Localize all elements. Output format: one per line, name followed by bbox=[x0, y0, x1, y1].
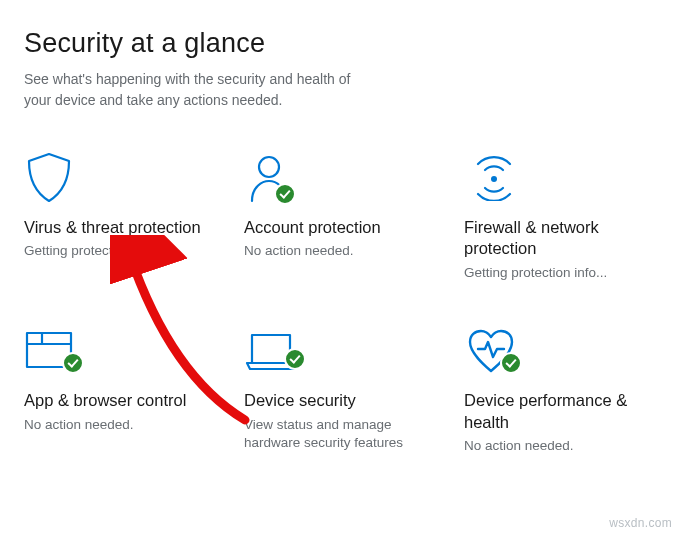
status-ok-badge bbox=[500, 352, 522, 374]
svg-point-0 bbox=[259, 157, 279, 177]
tile-grid: Virus & threat protection Getting protec… bbox=[24, 149, 680, 455]
watermark: wsxdn.com bbox=[609, 516, 672, 530]
status-ok-badge bbox=[274, 183, 296, 205]
card-title: Account protection bbox=[244, 217, 436, 238]
page-subtitle: See what's happening with the security a… bbox=[24, 69, 374, 111]
security-page: Security at a glance See what's happenin… bbox=[0, 0, 680, 455]
card-title: Device security bbox=[244, 390, 436, 411]
status-ok-badge bbox=[284, 348, 306, 370]
status-ok-badge bbox=[62, 352, 84, 374]
card-sub: No action needed. bbox=[464, 437, 656, 455]
health-icon bbox=[464, 322, 656, 380]
card-sub: View status and manage hardware security… bbox=[244, 416, 436, 452]
firewall-icon bbox=[464, 149, 656, 207]
svg-point-1 bbox=[491, 176, 497, 182]
card-sub: Getting protection info... bbox=[464, 264, 656, 282]
card-firewall[interactable]: Firewall & network protection Getting pr… bbox=[464, 149, 664, 282]
device-icon bbox=[244, 322, 436, 380]
page-title: Security at a glance bbox=[24, 28, 680, 59]
shield-icon bbox=[24, 149, 216, 207]
card-account[interactable]: Account protection No action needed. bbox=[244, 149, 444, 282]
card-sub: No action needed. bbox=[24, 416, 216, 434]
card-title: App & browser control bbox=[24, 390, 216, 411]
card-device-health[interactable]: Device performance & health No action ne… bbox=[464, 322, 664, 455]
app-browser-icon bbox=[24, 322, 216, 380]
card-virus-threat[interactable]: Virus & threat protection Getting protec… bbox=[24, 149, 224, 282]
card-sub: Getting protection info... bbox=[24, 242, 216, 260]
card-title: Virus & threat protection bbox=[24, 217, 216, 238]
card-sub: No action needed. bbox=[244, 242, 436, 260]
card-device-security[interactable]: Device security View status and manage h… bbox=[244, 322, 444, 455]
account-icon bbox=[244, 149, 436, 207]
card-title: Device performance & health bbox=[464, 390, 656, 433]
card-title: Firewall & network protection bbox=[464, 217, 656, 260]
card-app-browser[interactable]: App & browser control No action needed. bbox=[24, 322, 224, 455]
